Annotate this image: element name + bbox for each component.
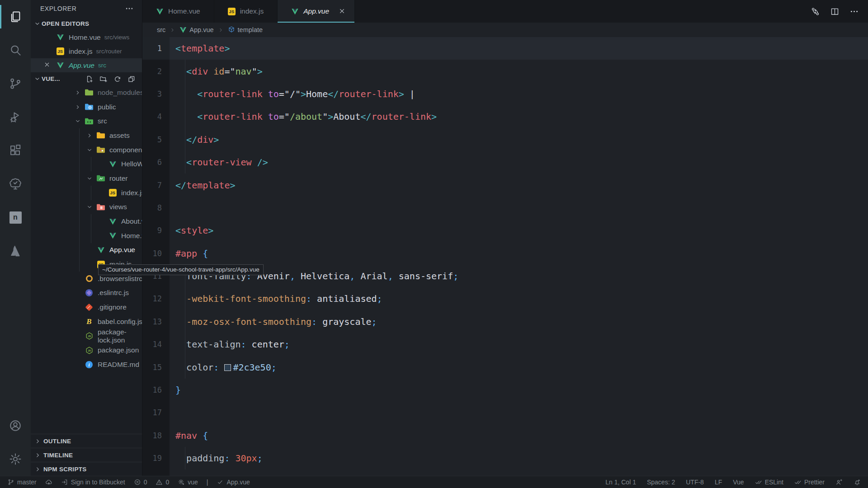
status-language-mode[interactable]: Vue (733, 479, 744, 486)
status-active-file[interactable]: App.vue (217, 479, 250, 486)
activity-item-testing-extension[interactable] (0, 167, 31, 201)
indent-guide (79, 200, 80, 215)
new-file-button[interactable] (85, 75, 94, 83)
collapse-folders-button[interactable] (127, 75, 136, 83)
tree-item-components[interactable]: components (31, 143, 142, 157)
refresh-explorer-button[interactable] (113, 75, 122, 83)
tree-item-.eslintrc.js[interactable]: .eslintrc.js (31, 286, 142, 300)
tab-App.vue[interactable]: App.vue (278, 0, 355, 23)
code-editor[interactable]: 1<template>2 <div id="nav">3 <router-lin… (142, 37, 868, 476)
code-line-16[interactable]: 16} (142, 379, 868, 401)
code-line-19[interactable]: 19 padding: 30px; (142, 447, 868, 469)
tree-item-package-lock.json[interactable]: JSpackage-lock.json (31, 329, 142, 343)
open-changes-button[interactable] (811, 7, 820, 16)
code-line-2[interactable]: 2 <div id="nav"> (142, 60, 868, 82)
code-line-18[interactable]: 18#nav { (142, 424, 868, 447)
status-notifications[interactable] (854, 479, 861, 486)
status-indentation[interactable]: Spaces: 2 (647, 479, 675, 486)
search-icon (9, 43, 22, 57)
status-bitbucket-signin[interactable]: Sign in to Bitbucket (61, 479, 125, 486)
status-eol[interactable]: LF (715, 479, 722, 486)
tree-item-Home.vue[interactable]: Home.vue (31, 229, 142, 243)
tree-item-App.vue[interactable]: App.vue (31, 243, 142, 258)
tree-item-public[interactable]: public (31, 100, 142, 114)
section-npm-scripts[interactable]: NPM SCRIPTS (31, 462, 142, 476)
close-icon[interactable] (338, 7, 346, 15)
activity-item-source-control[interactable] (0, 67, 31, 100)
activity-item-accounts[interactable] (0, 409, 31, 442)
code-text: </template> (170, 180, 235, 191)
breadcrumb-App.vue[interactable]: App.vue (179, 26, 213, 33)
open-editor-index.js[interactable]: JSindex.jssrc/router (31, 44, 142, 58)
project-section-header[interactable]: VUE... (31, 72, 142, 85)
code-line-3[interactable]: 3 <router-link to="/">Home</router-link>… (142, 83, 868, 105)
code-line-6[interactable]: 6 <router-view /> (142, 151, 868, 174)
tab-Home.vue[interactable]: Home.vue (142, 0, 214, 23)
status-feedback[interactable] (835, 479, 843, 486)
split-editor-button[interactable] (830, 7, 840, 16)
chevron-down-icon (74, 117, 84, 125)
more-actions-button[interactable] (849, 7, 859, 16)
code-line-5[interactable]: 5 </div> (142, 128, 868, 151)
status-prettier-status[interactable]: Prettier (794, 479, 825, 486)
close-icon[interactable] (43, 61, 51, 70)
code-line-13[interactable]: 13 -moz-osx-font-smoothing: grayscale; (142, 310, 868, 333)
tree-item-package.json[interactable]: JSpackage.json (31, 343, 142, 357)
views-and-more-actions-button[interactable] (125, 4, 134, 13)
code-line-7[interactable]: 7</template> (142, 174, 868, 196)
chevron-right-icon (34, 451, 42, 459)
activity-item-extensions[interactable] (0, 134, 31, 167)
line-number: 13 (142, 317, 170, 326)
tree-item-About.vue[interactable]: About.vue (31, 214, 142, 229)
status-label: vue (188, 479, 198, 486)
status-git-branch[interactable]: master (7, 479, 37, 486)
npm-icon: n (9, 211, 22, 224)
open-editors-header[interactable]: OPEN EDITORS (31, 17, 142, 30)
code-line-14[interactable]: 14 text-align: center; (142, 333, 868, 356)
tree-item-index.js[interactable]: JSindex.js (31, 186, 142, 200)
status-warnings[interactable]: 0 (156, 479, 169, 486)
activity-item-atlassian[interactable] (0, 234, 31, 267)
line-number: 6 (142, 158, 170, 167)
status-vetur-status[interactable]: vue (178, 479, 198, 486)
new-folder-button[interactable] (99, 75, 108, 83)
indent-guide (79, 214, 80, 229)
code-line-12[interactable]: 12 -webkit-font-smoothing: antialiased; (142, 287, 868, 310)
status-errors[interactable]: 0 (134, 479, 147, 486)
code-line-9[interactable]: 9<style> (142, 219, 868, 242)
activity-item-explorer[interactable] (0, 0, 31, 33)
tree-item-README.md[interactable]: iREADME.md (31, 357, 142, 372)
tree-item-router[interactable]: router (31, 171, 142, 186)
code-line-8[interactable]: 8 (142, 197, 868, 219)
tree-item-HelloWorld.vue[interactable]: HelloWorld.vue (31, 157, 142, 171)
code-line-1[interactable]: 1<template> (142, 37, 868, 60)
code-line-17[interactable]: 17 (142, 401, 868, 424)
tree-item-.gitignore[interactable]: .gitignore (31, 300, 142, 314)
tree-item-babel.config.js[interactable]: Bbabel.config.js (31, 314, 142, 329)
tree-item-src[interactable]: src (31, 114, 142, 128)
activity-item-search[interactable] (0, 33, 31, 67)
open-editor-App.vue[interactable]: App.vuesrc (31, 58, 142, 72)
breadcrumb-src[interactable]: src (157, 26, 165, 33)
code-line-15[interactable]: 15 color: #2c3e50; (142, 356, 868, 378)
activity-item-settings[interactable] (0, 442, 31, 476)
code-line-10[interactable]: 10#app { (142, 242, 868, 265)
section-timeline[interactable]: TIMELINE (31, 448, 142, 462)
tree-item-node_modules[interactable]: node_modules (31, 85, 142, 100)
status-publish-changes[interactable] (45, 479, 52, 486)
indent-guide (79, 243, 80, 258)
section-outline[interactable]: OUTLINE (31, 434, 142, 448)
activity-item-npm-extension[interactable]: n (0, 201, 31, 234)
open-editor-Home.vue[interactable]: Home.vuesrc/views (31, 30, 142, 44)
tree-item-views[interactable]: views (31, 200, 142, 215)
tab-index.js[interactable]: JSindex.js (214, 0, 278, 23)
code-line-4[interactable]: 4 <router-link to="/about">About</router… (142, 105, 868, 128)
activity-item-run-debug[interactable] (0, 100, 31, 134)
tree-item-assets[interactable]: assets (31, 128, 142, 143)
breadcrumb-template[interactable]: template (228, 26, 263, 34)
status-encoding[interactable]: UTF-8 (686, 479, 704, 486)
svg-text:JS: JS (88, 335, 91, 338)
status-eslint-status[interactable]: ESLint (755, 479, 783, 486)
line-number: 1 (142, 44, 170, 53)
status-cursor-position[interactable]: Ln 1, Col 1 (605, 479, 636, 486)
